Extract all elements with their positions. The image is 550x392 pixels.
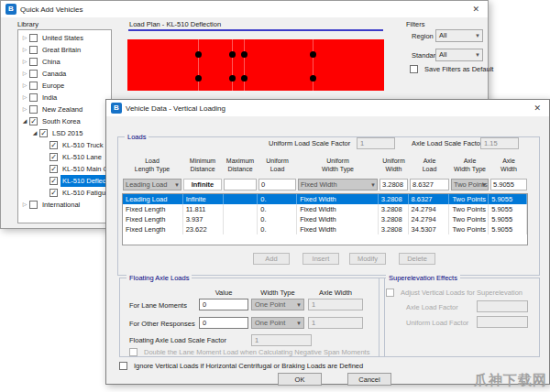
tree-item-international[interactable]: ▷International [18,199,111,211]
tree-item-checkbox[interactable] [29,105,38,114]
tree-item-kl-510-fatigue[interactable]: ✓KL-510 Fatigue [18,187,111,199]
tree-item-checkbox[interactable]: ✓ [50,165,58,173]
load-row-4[interactable]: Fixed Length23.6220.Fixed Width3.280834.… [123,224,527,234]
tree-item-kl-510-truck[interactable]: ✓KL-510 Truck [18,139,111,151]
tree-collapsed-icon[interactable]: ▷ [20,103,29,115]
region-select[interactable]: All ▼ [435,29,483,42]
dialog1-titlebar[interactable]: B Quick Add Vehicles ✕ [1,1,488,17]
lane-line [198,39,199,91]
column-header-maximum-distance: MaximumDistance [223,157,258,173]
uniform-load-factor-input[interactable] [477,316,528,328]
tree-item-checkbox[interactable]: ✓ [50,189,58,197]
checkbox-icon[interactable] [119,362,127,370]
editor-dropdown-two-points[interactable]: Two Points▼ [451,179,489,191]
insert-button[interactable]: Insert [302,253,339,265]
floating-col-axle-width: Axle Width [308,289,363,297]
double-lane-moment-checkbox[interactable]: Double the Lane Moment Load when Calcula… [129,348,369,356]
ok-button[interactable]: OK [278,373,322,386]
tree-item-checkbox[interactable] [29,82,38,90]
load-row-2[interactable]: Fixed Length11.8110.Fixed Width3.280824.… [123,204,527,214]
tree-item-europe[interactable]: ▷Europe [18,80,111,92]
adjust-superelevation-checkbox[interactable]: Adjust Vertical Loads for Superelevation [386,289,522,297]
save-filters-checkbox[interactable]: Save Filters as Default [410,65,493,73]
lane-moments-axle-width-input[interactable]: 1 [308,299,363,310]
editor-dropdown-leading-load[interactable]: Leading Load▼ [123,179,182,191]
tree-collapsed-icon[interactable]: ▷ [20,80,29,92]
tree-item-kl-510-lane[interactable]: ✓KL-510 Lane [18,151,111,163]
tree-item-checkbox[interactable]: ✓ [50,153,58,161]
tree-item-checkbox[interactable] [29,70,38,78]
tree-item-china[interactable]: ▷China [18,56,111,68]
tree-item-checkbox[interactable] [29,201,38,209]
tree-collapsed-icon[interactable]: ▷ [20,56,29,68]
other-responses-value-input[interactable]: 0 [199,317,248,329]
tree-item-checkbox[interactable] [29,58,38,66]
tree-item-south-korea[interactable]: ◢✓South Korea [18,115,111,127]
tree-item-kl-510-main-girder[interactable]: ✓KL-510 Main Girder [18,163,111,175]
load-row-1[interactable]: Leading LoadInfinite0.Fixed Width3.28088… [123,194,527,204]
checkbox-icon[interactable] [386,289,394,297]
tree-item-checkbox[interactable]: ✓ [39,129,48,137]
load-cell: Two Points [449,204,489,214]
axle-scale-input[interactable]: 1.15 [480,137,519,149]
tree-item-label: LSD 2015 [50,127,84,139]
lane-moments-width-type-select[interactable]: One Point ▼ [251,299,304,310]
load-row-3[interactable]: Fixed Length3.9370.Fixed Width3.280824.2… [123,214,527,224]
chevron-down-icon: ▼ [475,30,480,41]
uniform-load-factor-label: Uniform Load Factor [406,319,468,327]
tree-collapsed-icon[interactable]: ▷ [20,92,29,103]
axle-dot [241,75,248,82]
loads-grid[interactable]: Leading LoadInfinite0.Fixed Width3.28088… [122,193,528,245]
tree-item-great-britain[interactable]: ▷Great Britain [18,44,111,56]
other-responses-label: For Other Responses [129,320,195,328]
tree-collapsed-icon[interactable]: ▷ [20,32,29,44]
tree-item-new-zealand[interactable]: ▷New Zealand [18,103,111,115]
tree-collapsed-icon[interactable]: ▷ [20,199,29,211]
load-cell: Fixed Width [297,204,379,214]
uniform-scale-input[interactable]: 1 [357,137,395,149]
close-icon[interactable]: ✕ [534,103,541,113]
editor-input[interactable]: 8.6327 [410,179,449,191]
editor-input[interactable]: 0 [258,179,296,191]
tree-item-checkbox[interactable]: ✓ [50,141,58,149]
editor-input[interactable]: 5.9055 [490,179,527,191]
tree-item-kl-510-deflection[interactable]: ✓KL-510 Deflection [18,175,111,187]
tree-item-india[interactable]: ▷India [18,92,111,103]
tree-item-checkbox[interactable] [29,93,38,102]
tree-item-united-states[interactable]: ▷United States [18,32,111,44]
checkbox-icon[interactable] [129,348,138,356]
tree-expanded-icon[interactable]: ◢ [20,115,29,127]
editor-dropdown-fixed-width[interactable]: Fixed Width▼ [298,179,378,191]
column-header-load-length-type: LoadLength Type [122,157,182,173]
app-icon: B [6,4,16,15]
tree-item-canada[interactable]: ▷Canada [18,68,111,80]
tree-item-label: United States [40,32,85,44]
cancel-button[interactable]: Cancel [347,373,391,386]
tree-collapsed-icon[interactable]: ▷ [20,68,29,80]
floating-scale-input[interactable]: 1 [251,334,312,346]
library-tree[interactable]: ▷United States▷Great Britain▷China▷Canad… [17,29,112,223]
other-responses-axle-width-input[interactable]: 1 [308,317,363,329]
modify-button[interactable]: Modify [349,253,386,265]
tree-collapsed-icon[interactable]: ▷ [20,44,29,56]
ignore-vertical-loads-checkbox[interactable]: Ignore Vertical Loads if Horizontal Cent… [119,362,363,370]
other-responses-width-type-select[interactable]: One Point ▼ [251,317,304,329]
tree-expanded-icon[interactable]: ◢ [30,127,39,139]
standard-select[interactable]: All ▼ [435,49,483,61]
tree-item-lsd-2015[interactable]: ◢✓LSD 2015 [18,127,111,139]
add-button[interactable]: Add [253,253,290,265]
tree-item-checkbox[interactable] [29,34,38,42]
lane-moments-value-input[interactable]: 0 [199,299,248,310]
checkbox-icon[interactable] [410,65,418,73]
tree-item-checkbox[interactable]: ✓ [50,177,58,185]
dialog2-titlebar[interactable]: B Vehicle Data - Vertical Loading ✕ [106,100,549,116]
editor-input[interactable]: 3.2808 [380,179,408,191]
tree-item-checkbox[interactable]: ✓ [29,117,38,125]
load-cell [224,204,258,214]
tree-item-checkbox[interactable] [29,46,38,54]
close-icon[interactable]: ✕ [472,5,479,14]
delete-button[interactable]: Delete [399,253,435,265]
editor-input[interactable] [224,179,257,191]
axle-load-factor-input[interactable] [477,300,528,312]
editor-dropdown-value: Leading Load [126,180,167,189]
